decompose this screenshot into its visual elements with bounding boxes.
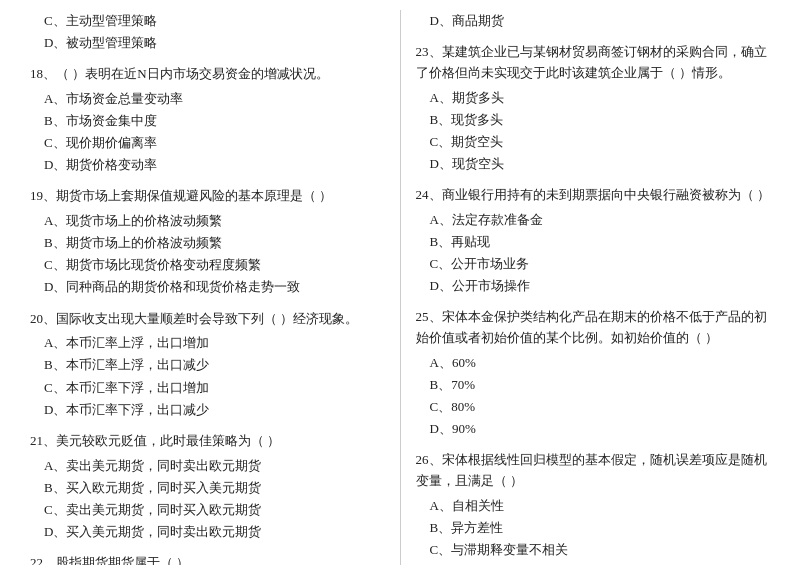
q24-option-a: A、法定存款准备金 [416, 209, 771, 231]
question-26: 26、宋体根据线性回归模型的基本假定，随机误差项应是随机变量，且满足（ ） A、… [416, 450, 771, 565]
q20-option-b: B、本币汇率上浮，出口减少 [30, 354, 385, 376]
q23-option-b: B、现货多头 [416, 109, 771, 131]
prev-question-d-option: D、商品期货 [416, 10, 771, 32]
q25-option-a: A、60% [416, 352, 771, 374]
q21-option-a: A、卖出美元期货，同时卖出欧元期货 [30, 455, 385, 477]
q26-option-b: B、异方差性 [416, 517, 771, 539]
q18-option-a: A、市场资金总量变动率 [30, 88, 385, 110]
prev-question-options: C、主动型管理策略 D、被动型管理策略 [30, 10, 385, 54]
q21-title: 21、美元较欧元贬值，此时最佳策略为（ ） [30, 431, 385, 452]
option-d-prev: D、被动型管理策略 [30, 32, 385, 54]
q25-option-d: D、90% [416, 418, 771, 440]
q22-title: 22、股指期货期货属于（ ） [30, 553, 385, 565]
question-21: 21、美元较欧元贬值，此时最佳策略为（ ） A、卖出美元期货，同时卖出欧元期货 … [30, 431, 385, 543]
q21-option-c: C、卖出美元期货，同时买入欧元期货 [30, 499, 385, 521]
q24-title: 24、商业银行用持有的未到期票据向中央银行融资被称为（ ） [416, 185, 771, 206]
q20-title: 20、国际收支出现大量顺差时会导致下列（ ）经济现象。 [30, 309, 385, 330]
q24-option-c: C、公开市场业务 [416, 253, 771, 275]
column-divider [400, 10, 401, 565]
q24-option-b: B、再贴现 [416, 231, 771, 253]
option-c-prev: C、主动型管理策略 [30, 10, 385, 32]
q23-option-d: D、现货空头 [416, 153, 771, 175]
q23-title: 23、某建筑企业已与某钢材贸易商签订钢材的采购合同，确立了价格但尚未实现交于此时… [416, 42, 771, 84]
page-content: C、主动型管理策略 D、被动型管理策略 18、（ ）表明在近N日内市场交易资金的… [30, 10, 770, 565]
option-d-right-prev: D、商品期货 [416, 10, 771, 32]
q19-option-a: A、现货市场上的价格波动频繁 [30, 210, 385, 232]
question-19: 19、期货市场上套期保值规避风险的基本原理是（ ） A、现货市场上的价格波动频繁… [30, 186, 385, 298]
q25-option-c: C、80% [416, 396, 771, 418]
q26-option-d: D、与释变量不相关 [416, 561, 771, 565]
q26-option-a: A、自相关性 [416, 495, 771, 517]
q21-option-b: B、买入欧元期货，同时买入美元期货 [30, 477, 385, 499]
question-23: 23、某建筑企业已与某钢材贸易商签订钢材的采购合同，确立了价格但尚未实现交于此时… [416, 42, 771, 175]
q19-title: 19、期货市场上套期保值规避风险的基本原理是（ ） [30, 186, 385, 207]
q25-option-b: B、70% [416, 374, 771, 396]
question-18: 18、（ ）表明在近N日内市场交易资金的增减状况。 A、市场资金总量变动率 B、… [30, 64, 385, 176]
question-24: 24、商业银行用持有的未到期票据向中央银行融资被称为（ ） A、法定存款准备金 … [416, 185, 771, 297]
q20-option-c: C、本币汇率下浮，出口增加 [30, 377, 385, 399]
q18-option-b: B、市场资金集中度 [30, 110, 385, 132]
right-column: D、商品期货 23、某建筑企业已与某钢材贸易商签订钢材的采购合同，确立了价格但尚… [406, 10, 771, 565]
q21-option-d: D、买入美元期货，同时卖出欧元期货 [30, 521, 385, 543]
left-column: C、主动型管理策略 D、被动型管理策略 18、（ ）表明在近N日内市场交易资金的… [30, 10, 395, 565]
question-20: 20、国际收支出现大量顺差时会导致下列（ ）经济现象。 A、本币汇率上浮，出口增… [30, 309, 385, 421]
q20-option-a: A、本币汇率上浮，出口增加 [30, 332, 385, 354]
q26-title: 26、宋体根据线性回归模型的基本假定，随机误差项应是随机变量，且满足（ ） [416, 450, 771, 492]
q18-title: 18、（ ）表明在近N日内市场交易资金的增减状况。 [30, 64, 385, 85]
q18-option-c: C、现价期价偏离率 [30, 132, 385, 154]
q24-option-d: D、公开市场操作 [416, 275, 771, 297]
q23-option-c: C、期货空头 [416, 131, 771, 153]
q19-option-b: B、期货市场上的价格波动频繁 [30, 232, 385, 254]
q26-option-c: C、与滞期释变量不相关 [416, 539, 771, 561]
q23-option-a: A、期货多头 [416, 87, 771, 109]
q20-option-d: D、本币汇率下浮，出口减少 [30, 399, 385, 421]
q25-title: 25、宋体本金保护类结构化产品在期末的价格不低于产品的初始价值或者初始价值的某个… [416, 307, 771, 349]
question-25: 25、宋体本金保护类结构化产品在期末的价格不低于产品的初始价值或者初始价值的某个… [416, 307, 771, 440]
q19-option-c: C、期货市场比现货价格变动程度频繁 [30, 254, 385, 276]
question-22: 22、股指期货期货属于（ ） A、外汇期货 B、股指期货 C、利率期货 [30, 553, 385, 565]
q19-option-d: D、同种商品的期货价格和现货价格走势一致 [30, 276, 385, 298]
q18-option-d: D、期货价格变动率 [30, 154, 385, 176]
